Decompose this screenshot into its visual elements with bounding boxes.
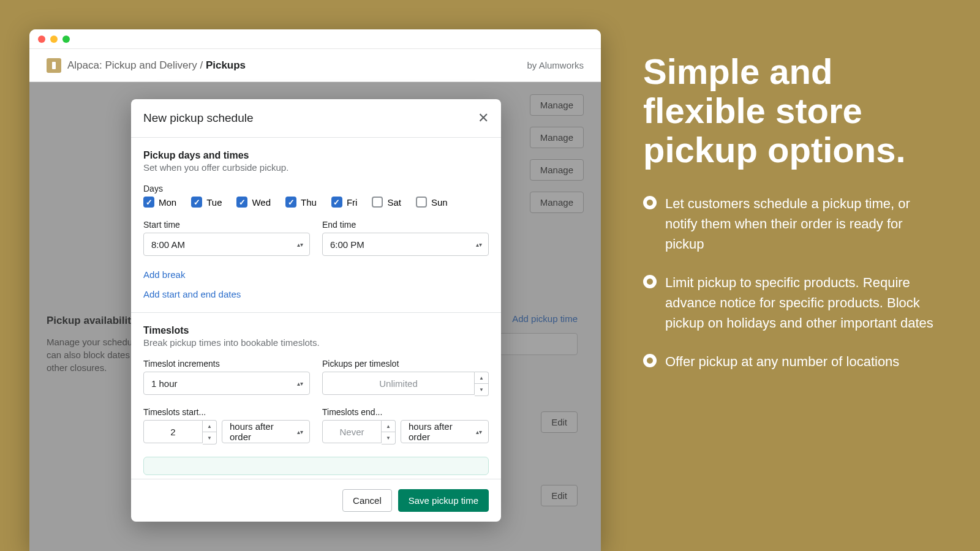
day-wed[interactable]: Wed	[236, 197, 271, 208]
checkbox[interactable]	[372, 197, 383, 208]
close-window-icon[interactable]	[38, 36, 45, 43]
days-row: MonTueWedThuFriSatSun	[143, 197, 489, 208]
marketing-heading: Simple and flexible store pickup options…	[643, 52, 937, 169]
modal-footer: Cancel Save pickup time	[131, 479, 501, 522]
pickup-days-section: Pickup days and times Set when you offer…	[131, 138, 501, 313]
start-time-select[interactable]: 8:00 AM▴▾	[143, 233, 310, 256]
day-label: Thu	[301, 197, 317, 208]
chevron-updown-icon: ▴▾	[297, 241, 303, 248]
cancel-button[interactable]: Cancel	[342, 489, 392, 512]
bullet-icon	[643, 275, 657, 288]
checkbox[interactable]	[143, 197, 154, 208]
start-time-label: Start time	[143, 220, 310, 230]
day-label: Fri	[347, 197, 358, 208]
byline: by Alumworks	[527, 60, 584, 70]
checkbox[interactable]	[285, 197, 296, 208]
section-heading: Pickup days and times	[143, 150, 489, 161]
stepper-up-icon[interactable]: ▲	[475, 372, 488, 384]
day-label: Tue	[206, 197, 222, 208]
close-icon[interactable]: ✕	[478, 110, 489, 126]
bullet-2: Limit pickup to specific products. Requi…	[643, 272, 937, 333]
titlebar: Alpaca: Pickup and Delivery / Pickups by…	[29, 49, 601, 82]
day-thu[interactable]: Thu	[285, 197, 317, 208]
section-subtext: Break pickup times into bookable timeslo…	[143, 337, 489, 348]
info-banner	[143, 457, 489, 475]
day-sun[interactable]: Sun	[416, 197, 448, 208]
days-label: Days	[143, 184, 489, 193]
app-logo-icon	[47, 58, 61, 73]
modal-body: Pickup days and times Set when you offer…	[131, 138, 501, 479]
day-mon[interactable]: Mon	[143, 197, 176, 208]
checkbox[interactable]	[191, 197, 202, 208]
stepper-down-icon[interactable]: ▼	[475, 384, 488, 395]
save-button[interactable]: Save pickup time	[398, 489, 489, 512]
stepper-down-icon[interactable]: ▼	[382, 432, 395, 444]
modal-header: New pickup schedule ✕	[131, 99, 501, 138]
add-dates-link[interactable]: Add start and end dates	[143, 289, 241, 299]
timeslots-section: Timeslots Break pickup times into bookab…	[131, 313, 501, 479]
maximize-window-icon[interactable]	[62, 36, 70, 43]
increments-select[interactable]: 1 hour▴▾	[143, 372, 310, 395]
bullet-3: Offer pickup at any number of locations	[643, 351, 937, 372]
per-timeslot-label: Pickups per timeslot	[322, 359, 489, 369]
stepper-up-icon[interactable]: ▲	[203, 421, 216, 432]
increments-label: Timeslot increments	[143, 359, 310, 369]
window-traffic-lights	[29, 29, 601, 49]
checkbox[interactable]	[331, 197, 342, 208]
end-time-label: End time	[322, 220, 489, 230]
start-unit-select[interactable]: hours after order▴▾	[222, 420, 310, 443]
bullet-icon	[643, 354, 657, 367]
chevron-updown-icon: ▴▾	[476, 429, 482, 435]
checkbox[interactable]	[416, 197, 427, 208]
timeslots-end-label: Timeslots end...	[322, 407, 489, 417]
app-window: Alpaca: Pickup and Delivery / Pickups by…	[29, 29, 601, 551]
bullet-icon	[643, 196, 657, 209]
add-break-link[interactable]: Add break	[143, 269, 185, 280]
marketing-bullets: Let customers schedule a pickup time, or…	[643, 193, 937, 372]
section-subtext: Set when you offer curbside pickup.	[143, 162, 489, 173]
chevron-updown-icon: ▴▾	[476, 241, 482, 248]
day-tue[interactable]: Tue	[191, 197, 222, 208]
modal-title: New pickup schedule	[143, 111, 254, 125]
stepper-down-icon[interactable]: ▼	[203, 432, 216, 444]
new-pickup-schedule-modal: New pickup schedule ✕ Pickup days and ti…	[131, 99, 501, 522]
section-heading: Timeslots	[143, 325, 489, 336]
breadcrumb: Alpaca: Pickup and Delivery / Pickups	[67, 59, 246, 72]
chevron-updown-icon: ▴▾	[297, 380, 303, 387]
end-offset-stepper[interactable]: Never ▲▼	[322, 420, 396, 444]
checkbox[interactable]	[236, 197, 247, 208]
end-time-select[interactable]: 6:00 PM▴▾	[322, 233, 489, 256]
stepper-up-icon[interactable]: ▲	[382, 421, 395, 432]
day-label: Wed	[252, 197, 271, 208]
day-label: Mon	[159, 197, 176, 208]
minimize-window-icon[interactable]	[50, 36, 58, 43]
bullet-1: Let customers schedule a pickup time, or…	[643, 193, 937, 254]
timeslots-start-label: Timeslots start...	[143, 407, 310, 417]
per-timeslot-stepper[interactable]: Unlimited ▲▼	[322, 372, 489, 396]
day-sat[interactable]: Sat	[372, 197, 401, 208]
day-label: Sun	[431, 197, 448, 208]
day-fri[interactable]: Fri	[331, 197, 358, 208]
chevron-updown-icon: ▴▾	[297, 429, 303, 435]
marketing-copy: Simple and flexible store pickup options…	[643, 52, 937, 390]
app-body: Manage Manage Manage Manage Pickup avail…	[29, 82, 601, 551]
end-unit-select[interactable]: hours after order▴▾	[401, 420, 489, 443]
day-label: Sat	[387, 197, 401, 208]
start-offset-stepper[interactable]: 2 ▲▼	[143, 420, 217, 444]
